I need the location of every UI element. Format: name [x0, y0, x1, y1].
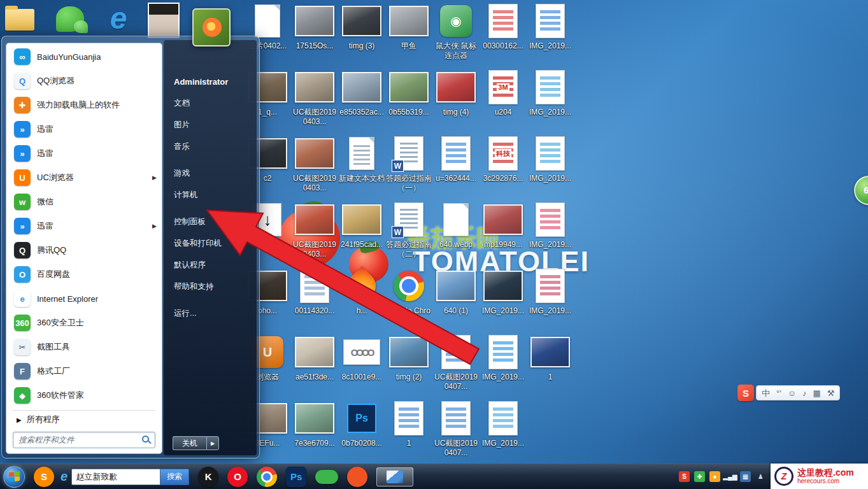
shutdown-button[interactable]: 关机: [173, 436, 206, 450]
desktop-icon[interactable]: Google Chrome: [386, 267, 432, 334]
green-app-icon[interactable]: [315, 470, 338, 484]
start-menu-place-item[interactable]: 文档: [164, 92, 257, 114]
desktop-icon[interactable]: Ps 0b7b0208...: [339, 400, 385, 466]
start-menu-place-item[interactable]: 运行...: [164, 302, 257, 324]
input-keyboard-tray-icon[interactable]: ▦: [740, 471, 751, 482]
desktop-icon[interactable]: IMG_2019...: [480, 334, 526, 400]
desktop-icon[interactable]: mp19949...: [480, 201, 526, 267]
user-avatar[interactable]: [192, 8, 231, 46]
wechat-icon[interactable]: [56, 6, 84, 32]
sogou-icon[interactable]: S: [737, 385, 754, 401]
desktop-icon[interactable]: 241f95cad...: [339, 201, 385, 267]
taskbar-search-input[interactable]: [71, 469, 160, 485]
start-menu-place-item[interactable]: 控制面板: [164, 211, 257, 232]
start-menu-program-item[interactable]: » 迅雷 ▶: [6, 214, 162, 238]
start-button[interactable]: [3, 466, 25, 488]
desktop-icon[interactable]: 0b55b319...: [386, 69, 432, 135]
safety-tray-icon[interactable]: ✚: [694, 471, 705, 482]
desktop-icon[interactable]: 00114320...: [292, 267, 338, 334]
user-tray-icon[interactable]: ♟: [755, 471, 766, 482]
desktop-icon[interactable]: W 答题必过指南（一）: [386, 135, 432, 201]
desktop-icon[interactable]: 科技 3c292876...: [480, 135, 526, 201]
start-menu-program-item[interactable]: O 百度网盘: [6, 262, 162, 287]
sogou-toolbar-icon[interactable]: °′: [776, 389, 781, 397]
desktop-icon[interactable]: u=362444...: [433, 135, 479, 201]
start-menu-place-item[interactable]: 帮助和支持: [164, 276, 257, 297]
start-menu-program-item[interactable]: 360 360安全卫士: [6, 311, 162, 335]
desktop-icon[interactable]: UC截图20190403...: [292, 201, 338, 267]
open-window-button[interactable]: [376, 467, 413, 486]
start-menu-place-item[interactable]: 游戏: [164, 162, 257, 184]
desktop-icon[interactable]: 1: [527, 334, 573, 400]
sogou-toolbar-icon[interactable]: ☺: [788, 389, 796, 397]
desktop-icon[interactable]: timg (3): [339, 3, 385, 69]
photoshop-icon[interactable]: Ps: [286, 467, 306, 487]
start-menu-place-item[interactable]: 设备和打印机: [164, 232, 257, 254]
opera-icon[interactable]: O: [227, 467, 248, 487]
start-menu-program-item[interactable]: » 迅雷: [6, 117, 162, 141]
start-menu-program-item[interactable]: ◆ 360软件管家: [6, 383, 162, 408]
desktop-icon[interactable]: IMG_2019...: [527, 69, 573, 135]
sogou-toolbar-icon[interactable]: ⚒: [827, 389, 835, 397]
desktop-icon[interactable]: 1: [386, 400, 432, 466]
desktop-icon[interactable]: IMG_2019...: [527, 3, 573, 69]
start-menu-program-item[interactable]: w 微信: [6, 190, 162, 214]
start-search-input[interactable]: [13, 432, 155, 448]
desktop-icon[interactable]: 640.webp: [433, 201, 479, 267]
desktop-icon[interactable]: UC截图20190403...: [292, 135, 338, 201]
sogou-toolbar-icon[interactable]: ♪: [802, 389, 807, 397]
start-menu-program-item[interactable]: Q 腾讯QQ: [6, 238, 162, 262]
ie-icon[interactable]: e: [60, 469, 68, 484]
desktop-icon[interactable]: UC截图20190407...: [433, 400, 479, 466]
desktop-icon[interactable]: timg (4): [433, 69, 479, 135]
desktop-icon[interactable]: h...: [339, 267, 385, 334]
start-menu-program-item[interactable]: ✚ 强力卸载电脑上的软件: [6, 93, 162, 117]
red-app-icon[interactable]: [347, 467, 367, 487]
desktop-icon[interactable]: IMG_2019...: [527, 201, 573, 267]
taskbar-search-button[interactable]: 搜索: [160, 469, 189, 485]
update-tray-icon[interactable]: ●: [709, 471, 720, 482]
chrome-icon[interactable]: [257, 467, 277, 487]
desktop-icon[interactable]: 17515Os...: [292, 3, 338, 69]
desktop-icon[interactable]: ae51f3de...: [292, 334, 338, 400]
folder-icon[interactable]: [5, 9, 34, 31]
start-menu-program-item[interactable]: U UC浏览器 ▶: [6, 166, 162, 190]
desktop-icon[interactable]: ◉ 鼠大侠 鼠标连点器: [433, 3, 479, 69]
desktop-icon[interactable]: 640 (1): [433, 267, 479, 334]
desktop-icon[interactable]: e850352ac...: [339, 69, 385, 135]
desktop-icon[interactable]: IMG_2019...: [480, 400, 526, 466]
start-menu-place-item[interactable]: 图片: [164, 114, 257, 136]
desktop-icon[interactable]: 新建文本文档: [339, 135, 385, 201]
desktop-icon[interactable]: IMG_2019...: [527, 267, 573, 334]
all-programs-button[interactable]: ▶ 所有程序: [6, 412, 162, 428]
desktop-icon[interactable]: W 答题必过指南（二）: [386, 201, 432, 267]
start-menu-place-item[interactable]: 默认程序: [164, 254, 257, 276]
sogou-tray-icon[interactable]: S: [679, 471, 690, 482]
desktop-icon[interactable]: timg (2): [386, 334, 432, 400]
start-menu-program-item[interactable]: » 迅雷: [6, 141, 162, 166]
start-menu-program-item[interactable]: F 格式工厂: [6, 359, 162, 383]
desktop-icon[interactable]: 3M u204: [480, 69, 526, 135]
k-app-icon[interactable]: K: [198, 467, 218, 487]
ie-icon[interactable]: e: [102, 0, 135, 36]
start-menu-program-item[interactable]: ✂ 截图工具: [6, 335, 162, 359]
shutdown-options-arrow[interactable]: ▶: [206, 436, 219, 450]
start-menu-program-item[interactable]: ∞ BaiduYunGuanjia: [6, 45, 162, 69]
start-menu-program-item[interactable]: e Internet Explorer: [6, 287, 162, 311]
sogou-toolbar-icon[interactable]: ▦: [813, 389, 820, 397]
portrait-photo-icon[interactable]: [148, 3, 180, 38]
desktop-icon[interactable]: IMG_2019...: [480, 267, 526, 334]
desktop-icon[interactable]: UC截图20190407...: [433, 334, 479, 400]
start-menu-place-item[interactable]: 音乐: [164, 136, 257, 157]
start-menu-program-item[interactable]: Q QQ浏览器: [6, 69, 162, 93]
desktop-icon[interactable]: IMG_2019...: [527, 135, 573, 201]
start-menu-place-item[interactable]: Administrator: [164, 71, 257, 92]
sogou-browser-icon[interactable]: S: [34, 467, 54, 487]
start-menu-place-item[interactable]: 计算机: [164, 184, 257, 206]
desktop-icon[interactable]: OOOO 8c1001e9...: [339, 334, 385, 400]
desktop-icon[interactable]: UC截图20190403...: [292, 69, 338, 135]
sogou-toolbar-icon[interactable]: 中: [762, 389, 770, 397]
desktop-icon[interactable]: 甲鱼: [386, 3, 432, 69]
network-tray-icon[interactable]: ▂▄▆: [725, 471, 736, 482]
desktop-icon[interactable]: 7e3e6709...: [292, 400, 338, 466]
